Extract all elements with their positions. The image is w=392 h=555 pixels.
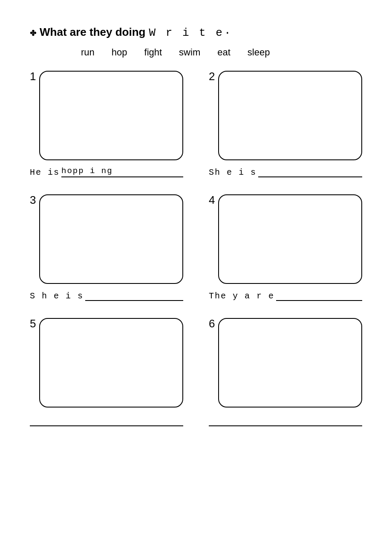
header-mono-text: W r i t e· xyxy=(149,26,232,39)
card-3-sentence-label: S h e i s xyxy=(30,291,84,301)
card-6: 6 xyxy=(209,318,362,408)
word-bank-item: swim xyxy=(179,47,200,58)
card-3: 3S h e i s xyxy=(30,194,183,301)
word-bank: runhopfightswimeatsleep xyxy=(81,47,362,58)
card-5-picture-box xyxy=(39,318,183,408)
word-bank-item: hop xyxy=(112,47,127,58)
card-3-number: 3 xyxy=(30,194,38,205)
card-3-number-box: 3 xyxy=(30,194,183,284)
bottom-line-6 xyxy=(209,416,362,426)
card-2-number-box: 2 xyxy=(209,71,362,160)
card-1-answer-text: hopp i ng xyxy=(61,166,113,176)
card-1-sentence: He ishopp i ng xyxy=(30,165,183,177)
header-arrow: ✤ xyxy=(30,29,36,38)
card-5: 5 xyxy=(30,318,183,408)
card-5-number: 5 xyxy=(30,318,38,329)
bottom-line-5 xyxy=(30,416,183,426)
word-bank-item: sleep xyxy=(248,47,270,58)
card-2-sentence: Sh e i s xyxy=(209,165,362,177)
word-bank-item: fight xyxy=(144,47,162,58)
card-1-sentence-label: He is xyxy=(30,168,60,177)
card-3-sentence: S h e i s xyxy=(30,289,183,301)
page-header: ✤ What are they doing W r i t e· xyxy=(30,26,362,39)
word-bank-item: run xyxy=(81,47,95,58)
card-6-number: 6 xyxy=(209,318,217,329)
card-6-number-box: 6 xyxy=(209,318,362,408)
card-5-number-box: 5 xyxy=(30,318,183,408)
card-2: 2Sh e i s xyxy=(209,71,362,177)
card-2-answer-line xyxy=(258,167,362,177)
card-4-picture-box xyxy=(218,194,362,284)
word-bank-item: eat xyxy=(217,47,231,58)
card-2-sentence-label: Sh e i s xyxy=(209,168,257,177)
exercise-grid: 1He ishopp i ng2Sh e i s3S h e i s4The y… xyxy=(30,71,362,408)
header-bold-text: What are they doing xyxy=(40,26,145,39)
card-2-picture-box xyxy=(218,71,362,160)
card-1-answer-line: hopp i ng xyxy=(61,167,183,177)
card-1: 1He ishopp i ng xyxy=(30,71,183,177)
bottom-answer-lines xyxy=(30,416,362,426)
card-1-number-box: 1 xyxy=(30,71,183,160)
card-4-number-box: 4 xyxy=(209,194,362,284)
card-1-picture-box xyxy=(39,71,183,160)
card-2-number: 2 xyxy=(209,71,217,82)
card-3-answer-line xyxy=(85,291,183,301)
card-4-answer-line xyxy=(276,291,362,301)
card-4-sentence: The y a r e xyxy=(209,289,362,301)
card-4-number: 4 xyxy=(209,194,217,205)
card-3-picture-box xyxy=(39,194,183,284)
card-1-number: 1 xyxy=(30,71,38,82)
card-4: 4The y a r e xyxy=(209,194,362,301)
card-4-sentence-label: The y a r e xyxy=(209,291,274,301)
card-6-picture-box xyxy=(218,318,362,408)
